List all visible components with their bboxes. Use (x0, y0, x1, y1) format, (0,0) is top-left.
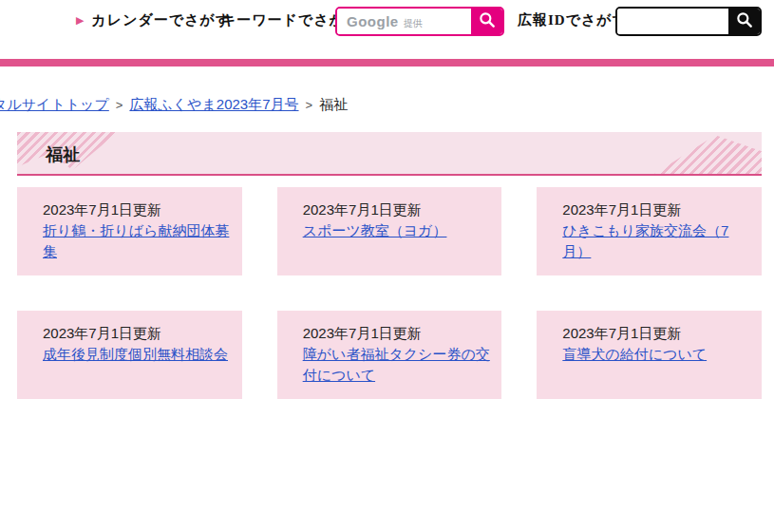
koho-id-search-input[interactable] (617, 9, 728, 34)
card-row: 2023年7月1日更新 折り鶴・折りばら献納団体募集 2023年7月1日更新 ス… (17, 187, 762, 276)
article-card: 2023年7月1日更新 ひきこもり家族交流会（7月） (537, 187, 762, 276)
breadcrumb-current-page: 福祉 (319, 96, 348, 112)
header-divider-bar (0, 59, 774, 66)
search-icon (478, 10, 497, 32)
koho-id-search-button[interactable] (728, 9, 760, 34)
koho-id-search-label: 広報IDでさがす (518, 11, 628, 29)
article-link[interactable]: 成年後見制度個別無料相談会 (43, 346, 228, 362)
article-update-date: 2023年7月1日更新 (562, 200, 750, 220)
search-icon (735, 10, 754, 32)
section-header: 福祉 (17, 132, 762, 176)
page-title: 福祉 (46, 143, 80, 166)
calendar-search-label: カレンダーでさがす (91, 11, 231, 29)
breadcrumb-site-top-link[interactable]: タルサイトトップ (0, 96, 109, 114)
article-card: 2023年7月1日更新 成年後見制度個別無料相談会 (17, 311, 242, 399)
triangle-bullet-icon: ▶ (76, 15, 85, 26)
google-search-input[interactable] (337, 9, 471, 34)
koho-id-search-box (615, 7, 762, 36)
breadcrumb-separator: > (306, 98, 313, 112)
article-card: 2023年7月1日更新 スポーツ教室（ヨガ） (277, 187, 502, 276)
google-search-button[interactable] (471, 9, 502, 34)
breadcrumb-issue-link[interactable]: 広報ふくやま2023年7月号 (129, 96, 298, 112)
article-link[interactable]: 障がい者福祉タクシー券の交付について (303, 346, 490, 383)
article-link[interactable]: ひきこもり家族交流会（7月） (562, 222, 728, 259)
article-link[interactable]: スポーツ教室（ヨガ） (303, 222, 447, 238)
article-update-date: 2023年7月1日更新 (303, 200, 491, 220)
card-row: 2023年7月1日更新 成年後見制度個別無料相談会 2023年7月1日更新 障が… (17, 311, 762, 399)
article-card: 2023年7月1日更新 障がい者福祉タクシー券の交付について (277, 311, 502, 399)
article-card: 2023年7月1日更新 折り鶴・折りばら献納団体募集 (17, 187, 242, 276)
article-update-date: 2023年7月1日更新 (303, 323, 491, 344)
article-update-date: 2023年7月1日更新 (562, 323, 750, 344)
breadcrumb: タルサイトトップ>広報ふくやま2023年7月号>福祉 (0, 96, 774, 114)
article-card: 2023年7月1日更新 盲導犬の給付について (537, 311, 762, 399)
article-update-date: 2023年7月1日更新 (43, 323, 231, 344)
article-card-grid: 2023年7月1日更新 折り鶴・折りばら献納団体募集 2023年7月1日更新 ス… (17, 187, 762, 434)
search-header: ▶ カレンダーでさがす キーワードでさがす Google提供 広報IDでさがす (0, 0, 774, 59)
stripe-decoration-right (654, 133, 762, 174)
calendar-search-link[interactable]: ▶ カレンダーでさがす (76, 11, 231, 29)
article-update-date: 2023年7月1日更新 (43, 200, 231, 220)
article-link[interactable]: 盲導犬の給付について (562, 346, 707, 362)
article-link[interactable]: 折り鶴・折りばら献納団体募集 (43, 222, 229, 259)
google-search-box: Google提供 (335, 7, 504, 36)
breadcrumb-separator: > (116, 98, 123, 112)
